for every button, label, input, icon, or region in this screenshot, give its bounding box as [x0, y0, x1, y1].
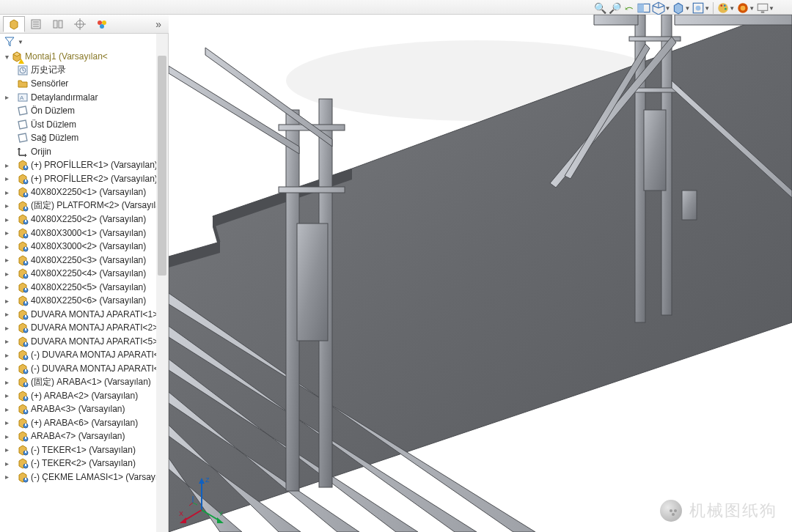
expand-toggle-icon[interactable]: ▸	[3, 391, 10, 399]
tree-item[interactable]: ▸ ARABA<3> (Varsayılan)	[0, 402, 168, 416]
expand-toggle-icon[interactable]: ▸	[3, 432, 10, 440]
tree-item[interactable]: Sensörler	[0, 77, 168, 91]
tree-item-label: (-) ÇEKME LAMASI<1> (Varsayı	[31, 472, 158, 482]
tree-item[interactable]: ▸ 40X80X3000<2> (Varsayılan)	[0, 240, 168, 254]
orientation-triad[interactable]: Z X Y	[176, 473, 227, 525]
tree-item[interactable]: ▸ (-) DUVARA MONTAJ APARATI<	[0, 362, 168, 376]
zoom-area-icon[interactable]: 🔎	[608, 1, 621, 15]
part-icon	[17, 363, 29, 374]
tree-item[interactable]: ▸ DUVARA MONTAJ APARATI<5>	[0, 335, 168, 349]
expand-toggle-icon[interactable]: ▸	[3, 473, 10, 481]
expand-toggle-icon[interactable]: ▸	[3, 215, 10, 223]
property-manager-tab[interactable]	[25, 16, 47, 32]
feature-manager-tab[interactable]	[3, 16, 25, 32]
display-style-icon[interactable]	[672, 1, 685, 15]
expand-toggle-icon[interactable]: ▸	[3, 324, 10, 332]
svg-rect-49	[25, 180, 26, 182]
tree-item[interactable]: ▸ (-) TEKER<1> (Varsayılan)	[0, 443, 168, 457]
feature-tree[interactable]: ▾ Montaj1 (Varsayılan< 历史记录 Sensörler ▸ …	[0, 50, 168, 532]
svg-marker-17	[10, 20, 18, 29]
expand-toggle-icon[interactable]: ▾	[3, 53, 10, 61]
tree-item[interactable]: ▸ (+) PROFİLLER<2> (Varsayılan)	[0, 172, 168, 186]
tree-item[interactable]: Sağ Düzlem	[0, 131, 168, 145]
hide-show-items-icon[interactable]	[692, 1, 705, 15]
part-icon	[17, 213, 29, 225]
dimxpert-manager-tab[interactable]	[69, 16, 91, 32]
expand-toggle-icon[interactable]: ▸	[3, 351, 10, 359]
tree-item-label: ARABA<7> (Varsayılan)	[31, 431, 125, 441]
tree-item[interactable]: ▸ (-) TEKER<2> (Varsayılan)	[0, 457, 168, 470]
tree-item[interactable]: ▸ DUVARA MONTAJ APARATI<2>	[0, 321, 168, 335]
expand-toggle-icon[interactable]: ▸	[3, 93, 10, 101]
expand-toggle-icon[interactable]: ▸	[3, 378, 10, 386]
display-manager-tab[interactable]	[91, 16, 113, 32]
tree-scrollbar[interactable]	[156, 34, 168, 532]
tree-item[interactable]: ▸ 40X80X2250<2> (Varsayılan)	[0, 213, 168, 226]
tree-item[interactable]: ▸ (+) ARABA<2> (Varsayılan)	[0, 389, 168, 403]
expand-toggle-icon[interactable]: ▸	[3, 446, 10, 454]
edit-appearance-icon[interactable]	[716, 1, 730, 15]
tree-root-label: Montaj1 (Varsayılan<	[25, 51, 108, 62]
tree-root[interactable]: ▾ Montaj1 (Varsayılan<	[0, 50, 168, 64]
svg-marker-151	[217, 517, 224, 523]
previous-view-icon[interactable]: ⤺	[623, 1, 636, 15]
configuration-manager-tab[interactable]	[47, 16, 69, 32]
tree-item[interactable]: ▸ 40X80X2250<1> (Varsayılan)	[0, 185, 168, 199]
expand-toggle-icon[interactable]: ▸	[3, 270, 10, 278]
expand-toggle-icon[interactable]: ▸	[3, 188, 10, 196]
expand-toggle-icon[interactable]: ▸	[3, 459, 10, 468]
expand-toggle-icon[interactable]: ▸	[3, 337, 10, 345]
tree-item[interactable]: 历史记录	[0, 64, 168, 78]
expand-toggle-icon[interactable]: ▸	[3, 202, 10, 210]
tree-item[interactable]: ▸ (-) ÇEKME LAMASI<1> (Varsayı	[0, 470, 168, 484]
tree-item[interactable]: ▸ A Detaylandırmalar	[0, 91, 168, 105]
tree-item[interactable]: ▸ 40X80X2250<5> (Varsayılan)	[0, 281, 168, 295]
svg-rect-55	[25, 207, 26, 209]
tree-filter-bar[interactable]: ▼	[0, 34, 168, 50]
apply-scene-icon[interactable]	[736, 1, 749, 15]
expand-toggle-icon[interactable]: ▸	[3, 418, 10, 426]
svg-rect-1	[639, 4, 645, 12]
view-orientation-icon[interactable]	[652, 1, 665, 15]
expand-toggle-icon[interactable]: ▸	[3, 229, 10, 237]
expand-toggle-icon[interactable]: ▸	[3, 256, 10, 264]
scrollbar-thumb[interactable]	[158, 56, 166, 276]
expand-toggle-icon[interactable]: ▸	[3, 243, 10, 251]
section-view-icon[interactable]	[637, 1, 650, 15]
tree-item[interactable]: ▸ (固定) ARABA<1> (Varsayılan)	[0, 375, 168, 389]
expand-toggle-icon[interactable]: ▸	[3, 297, 10, 305]
tree-item-label: DUVARA MONTAJ APARATI<5>	[31, 336, 158, 347]
svg-rect-112	[25, 464, 26, 466]
tree-item[interactable]: ▸ 40X80X2250<6> (Varsayılan)	[0, 294, 168, 308]
svg-marker-149	[180, 517, 186, 523]
tree-item[interactable]: ▸ (-) DUVARA MONTAJ APARATI<	[0, 348, 168, 362]
expand-toggle-icon[interactable]: ▸	[3, 161, 10, 169]
graphics-viewport[interactable]: Z X Y 机械图纸狗	[169, 15, 792, 532]
tree-item[interactable]: ▸ DUVARA MONTAJ APARATI<1>	[0, 308, 168, 322]
watermark-icon	[660, 500, 682, 522]
expand-toggle-icon[interactable]: ▸	[3, 405, 10, 413]
zoom-to-fit-icon[interactable]: 🔍	[593, 1, 606, 15]
part-icon	[17, 336, 29, 347]
filter-dropdown-icon[interactable]: ▼	[18, 39, 23, 45]
tab-overflow-button[interactable]: »	[151, 18, 166, 30]
tree-item[interactable]: ▸ ARABA<7> (Varsayılan)	[0, 429, 168, 443]
svg-rect-131	[279, 187, 345, 193]
expand-toggle-icon[interactable]: ▸	[3, 364, 10, 372]
tree-item[interactable]: ▸ (+) ARABA<6> (Varsayılan)	[0, 416, 168, 430]
svg-rect-79	[25, 315, 26, 317]
expand-toggle-icon[interactable]: ▸	[3, 283, 10, 291]
tree-item[interactable]: Üst Düzlem	[0, 118, 168, 132]
tree-item[interactable]: Ön Düzlem	[0, 104, 168, 118]
expand-toggle-icon[interactable]: ▸	[3, 174, 10, 182]
view-settings-icon[interactable]	[756, 1, 769, 15]
tree-item[interactable]: ▸ (+) PROFİLLER<1> (Varsayılan)	[0, 158, 168, 172]
tree-item[interactable]: ▸ 40X80X2250<3> (Varsayılan)	[0, 254, 168, 267]
tree-item[interactable]: ▸ 40X80X2250<4> (Varsayılan)	[0, 267, 168, 281]
heads-up-view-toolbar: 🔍 🔎 ⤺ ▼ ▼ ▼ ▼ ▼ ▼	[593, 1, 774, 15]
tree-item[interactable]: ▸ 40X80X3000<1> (Varsayılan)	[0, 226, 168, 240]
expand-toggle-icon[interactable]: ▸	[3, 310, 10, 318]
tree-item[interactable]: Orijin	[0, 145, 168, 159]
tree-item[interactable]: ▸ (固定) PLATFORM<2> (Varsayıla	[0, 199, 168, 213]
tree-item-label: 40X80X2250<5> (Varsayılan)	[31, 282, 146, 292]
